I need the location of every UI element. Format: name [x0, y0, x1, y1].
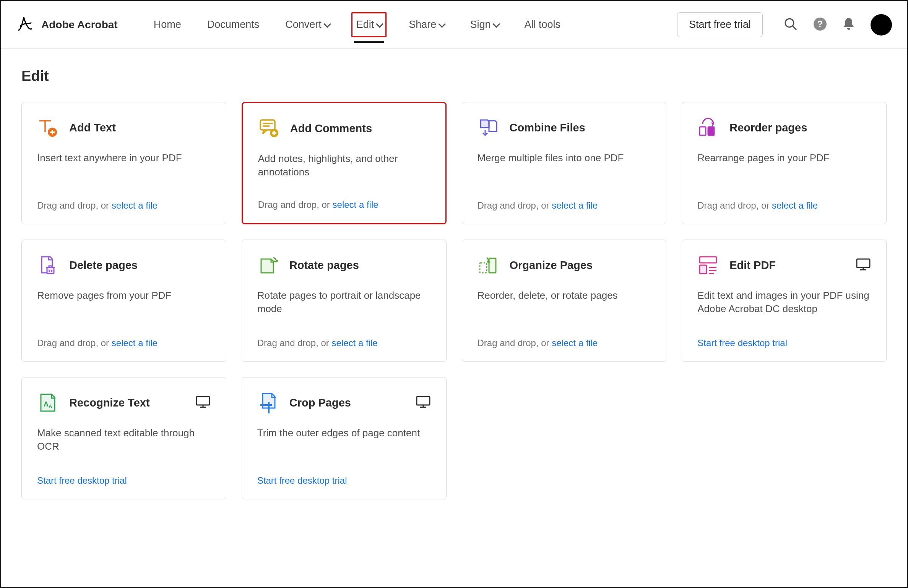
notifications-icon[interactable] — [842, 17, 855, 33]
edit-pdf-icon — [697, 254, 719, 276]
svg-line-1 — [793, 26, 796, 30]
svg-rect-9 — [47, 267, 54, 274]
delete-pages-icon — [37, 254, 58, 276]
svg-rect-12 — [700, 257, 716, 263]
card-desc: Add notes, highlights, and other annotat… — [258, 152, 430, 179]
card-edit-pdf[interactable]: Edit PDF Edit text and images in your PD… — [682, 240, 887, 362]
card-title: Add Text — [69, 121, 116, 134]
brand-name: Adobe Acrobat — [41, 19, 118, 31]
select-file-link[interactable]: select a file — [552, 338, 598, 348]
card-title: Crop Pages — [289, 397, 351, 409]
chevron-down-icon — [376, 20, 384, 28]
brand[interactable]: Adobe Acrobat — [16, 15, 118, 35]
avatar[interactable] — [871, 14, 892, 36]
card-delete-pages[interactable]: Delete pages Remove pages from your PDF … — [21, 240, 226, 362]
nav-sign[interactable]: Sign — [466, 13, 502, 36]
select-file-link[interactable]: select a file — [112, 200, 158, 211]
select-file-link[interactable]: select a file — [772, 200, 818, 211]
header-actions: ? — [783, 14, 892, 36]
card-title: Combine Files — [510, 121, 585, 134]
svg-rect-11 — [480, 263, 487, 273]
card-add-text[interactable]: Add Text Insert text anywhere in your PD… — [21, 102, 226, 224]
page: Edit Add Text Insert text anywhere in yo… — [1, 49, 907, 518]
card-rotate-pages[interactable]: Rotate pages Rotate pages to portrait or… — [242, 240, 447, 362]
header: Adobe Acrobat Home Documents Convert Edi… — [1, 1, 907, 49]
nav-convert[interactable]: Convert — [281, 13, 333, 36]
card-desc: Trim the outer edges of page content — [257, 426, 431, 440]
card-title: Delete pages — [69, 259, 138, 272]
main-nav: Home Documents Convert Edit Share Sign A… — [150, 12, 564, 37]
card-add-comments[interactable]: Add Comments Add notes, highlights, and … — [242, 102, 447, 224]
select-file-link[interactable]: select a file — [332, 338, 378, 348]
svg-rect-17 — [197, 397, 210, 405]
card-title: Organize Pages — [510, 259, 593, 272]
recognize-text-icon: A A — [37, 392, 58, 413]
search-icon[interactable] — [783, 17, 798, 33]
svg-rect-13 — [700, 265, 707, 274]
svg-text:A: A — [49, 403, 52, 409]
chevron-down-icon — [323, 20, 331, 28]
card-foot: Drag and drop, or select a file — [478, 338, 651, 348]
svg-rect-10 — [489, 258, 496, 273]
card-desc: Reorder, delete, or rotate pages — [478, 289, 651, 302]
card-organize-pages[interactable]: Organize Pages Reorder, delete, or rotat… — [462, 240, 667, 362]
card-foot: Drag and drop, or select a file — [257, 338, 431, 348]
rotate-pages-icon — [257, 254, 279, 276]
desktop-icon — [416, 395, 431, 410]
card-foot: Start free desktop trial — [257, 475, 431, 486]
card-desc: Remove pages from your PDF — [37, 289, 211, 302]
nav-edit[interactable]: Edit — [351, 12, 387, 37]
desktop-trial-link[interactable]: Start free desktop trial — [37, 475, 127, 486]
card-foot: Start free desktop trial — [697, 338, 871, 348]
reorder-pages-icon — [697, 117, 719, 138]
svg-rect-18 — [417, 397, 430, 405]
svg-rect-8 — [708, 127, 714, 135]
card-reorder-pages[interactable]: Reorder pages Rearrange pages in your PD… — [682, 102, 887, 224]
card-combine-files[interactable]: Combine Files Merge multiple files into … — [462, 102, 667, 224]
card-crop-pages[interactable]: Crop Pages Trim the outer edges of page … — [242, 377, 447, 499]
svg-rect-5 — [260, 120, 275, 130]
select-file-link[interactable]: select a file — [552, 200, 598, 211]
card-foot: Drag and drop, or select a file — [258, 199, 430, 210]
desktop-trial-link[interactable]: Start free desktop trial — [257, 475, 347, 486]
card-desc: Rearrange pages in your PDF — [697, 151, 871, 165]
crop-pages-icon — [257, 392, 279, 413]
svg-rect-14 — [857, 259, 870, 267]
start-free-trial-button[interactable]: Start free trial — [677, 12, 763, 37]
card-title: Reorder pages — [729, 121, 807, 134]
card-desc: Rotate pages to portrait or landscape mo… — [257, 289, 431, 316]
organize-pages-icon — [478, 254, 499, 276]
card-foot: Drag and drop, or select a file — [478, 200, 651, 211]
svg-text:?: ? — [817, 19, 823, 29]
card-desc: Merge multiple files into one PDF — [478, 151, 651, 165]
nav-all-tools[interactable]: All tools — [520, 13, 564, 36]
page-title: Edit — [21, 68, 887, 84]
desktop-icon — [195, 395, 211, 410]
tool-grid: Add Text Insert text anywhere in your PD… — [21, 102, 887, 499]
desktop-trial-link[interactable]: Start free desktop trial — [697, 338, 787, 348]
add-text-icon — [37, 117, 58, 138]
card-title: Rotate pages — [289, 259, 359, 272]
select-file-link[interactable]: select a file — [112, 338, 158, 348]
add-comments-icon — [258, 118, 279, 139]
nav-home[interactable]: Home — [150, 13, 185, 36]
help-icon[interactable]: ? — [813, 17, 827, 32]
chevron-down-icon — [439, 20, 446, 28]
card-foot: Drag and drop, or select a file — [37, 200, 211, 211]
card-title: Add Comments — [290, 122, 372, 135]
nav-documents[interactable]: Documents — [203, 13, 263, 36]
card-foot: Start free desktop trial — [37, 475, 211, 486]
select-file-link[interactable]: select a file — [333, 199, 378, 210]
card-foot: Drag and drop, or select a file — [37, 338, 211, 348]
card-desc: Edit text and images in your PDF using A… — [697, 289, 871, 316]
card-desc: Insert text anywhere in your PDF — [37, 151, 211, 165]
nav-share[interactable]: Share — [405, 13, 448, 36]
combine-files-icon — [478, 117, 499, 138]
card-desc: Make scanned text editable through OCR — [37, 426, 211, 453]
svg-point-0 — [785, 19, 794, 27]
card-title: Recognize Text — [69, 397, 150, 409]
svg-rect-7 — [700, 127, 706, 135]
card-recognize-text[interactable]: A A Recognize Text Make scanned text edi… — [21, 377, 226, 499]
card-title: Edit PDF — [729, 259, 776, 272]
chevron-down-icon — [493, 20, 500, 28]
